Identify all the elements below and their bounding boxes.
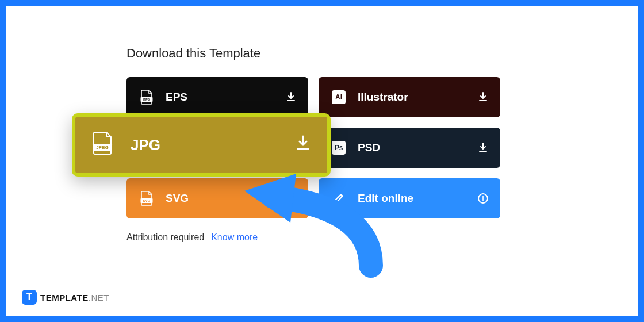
illustrator-button[interactable]: Ai Illustrator	[319, 77, 500, 117]
tutorial-frame: Download this Template EPS EPS Ai Illust…	[0, 0, 644, 322]
jpg-label: JPG	[131, 136, 296, 154]
brand-logo: T TEMPLATE.NET	[22, 290, 109, 305]
panel-heading: Download this Template	[126, 46, 500, 61]
download-icon	[285, 193, 297, 204]
svg-file-icon: SVG	[138, 191, 155, 206]
svg-button[interactable]: SVG SVG	[126, 178, 308, 218]
logo-mark-icon: T	[22, 290, 37, 305]
svg-text:SVG: SVG	[143, 199, 151, 202]
jpeg-file-icon: JPEG	[91, 131, 117, 159]
info-icon: i	[477, 193, 489, 204]
edit-online-label: Edit online	[358, 192, 477, 205]
logo-text: TEMPLATE.NET	[40, 293, 109, 302]
eps-button[interactable]: EPS EPS	[126, 77, 308, 117]
download-icon	[285, 92, 297, 102]
attribution-text: Attribution required	[126, 232, 204, 243]
pencil-icon	[330, 192, 347, 205]
psd-label: PSD	[358, 141, 477, 154]
download-icon	[296, 135, 311, 155]
svg-label: SVG	[166, 192, 285, 205]
download-icon	[477, 92, 489, 102]
know-more-link[interactable]: Know more	[211, 232, 258, 243]
svg-text:EPS: EPS	[143, 98, 150, 101]
ai-badge-icon: Ai	[330, 90, 347, 104]
ps-badge-icon: Ps	[330, 141, 347, 155]
edit-online-button[interactable]: Edit online i	[319, 178, 500, 218]
attribution-row: Attribution required Know more	[126, 232, 500, 243]
svg-text:JPEG: JPEG	[96, 145, 108, 150]
jpg-button[interactable]: JPEG JPG	[72, 113, 331, 177]
psd-button[interactable]: Ps PSD	[319, 128, 500, 168]
download-icon	[477, 143, 489, 153]
eps-label: EPS	[166, 91, 285, 103]
eps-file-icon: EPS	[138, 90, 155, 105]
illustrator-label: Illustrator	[358, 91, 477, 103]
